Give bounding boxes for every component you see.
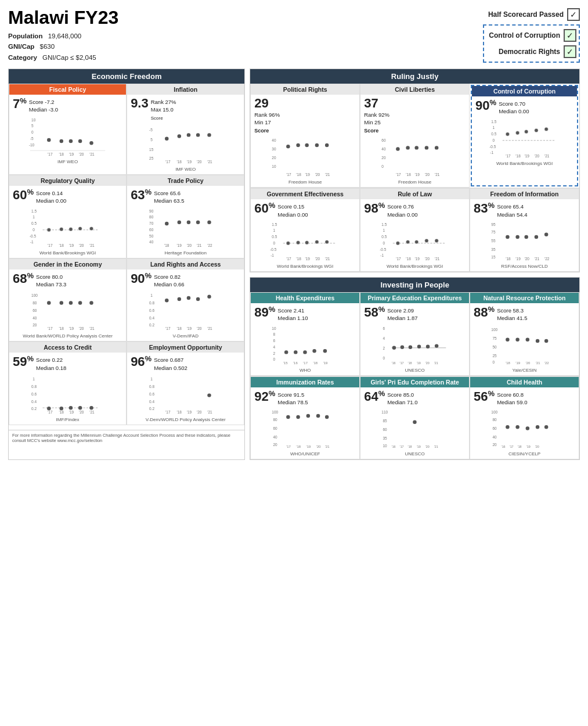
svg-text:'18: '18 xyxy=(177,326,182,330)
svg-text:'20: '20 xyxy=(526,361,531,364)
svg-text:'17: '17 xyxy=(506,154,511,158)
svg-text:-1: -1 xyxy=(30,240,34,244)
svg-text:'19: '19 xyxy=(305,257,311,261)
svg-text:'20: '20 xyxy=(425,257,430,261)
svg-point-141 xyxy=(425,146,428,150)
svg-text:'19: '19 xyxy=(415,172,420,177)
svg-text:'18: '18 xyxy=(59,243,64,247)
land-rights-details: Score 0.82Median 0.66 xyxy=(154,273,184,289)
svg-point-174 xyxy=(305,240,309,244)
svg-point-138 xyxy=(396,148,399,151)
svg-text:4: 4 xyxy=(383,336,385,340)
svg-text:0.5: 0.5 xyxy=(31,221,37,225)
svg-text:80: 80 xyxy=(149,215,154,219)
trade-policy-details: Score 65.6Median 63.5 xyxy=(154,189,184,205)
health-expenditures-pct: 89% xyxy=(254,306,275,319)
political-rights-source: Freedom House xyxy=(254,179,356,185)
svg-point-159 xyxy=(544,127,548,131)
svg-point-40 xyxy=(78,227,82,230)
scorecard-corruption: Control of Corruption ✓ xyxy=(489,29,576,42)
svg-text:1: 1 xyxy=(150,293,153,297)
svg-text:70: 70 xyxy=(149,221,154,225)
svg-text:'20: '20 xyxy=(316,445,321,448)
land-rights-card: Land Rights and Access 90% Score 0.82Med… xyxy=(127,258,244,342)
svg-point-10 xyxy=(89,141,93,145)
freedom-info-title: Freedom of Information xyxy=(470,189,579,199)
svg-point-157 xyxy=(525,130,528,133)
natural-resource-title: Natural Resource Protection xyxy=(470,293,579,303)
inflation-title: Inflation xyxy=(127,84,244,95)
svg-point-298 xyxy=(544,425,548,429)
svg-text:'20: '20 xyxy=(79,326,84,330)
child-health-card: Child Health 56% Score 60.8Median 59.0 1… xyxy=(470,376,579,460)
svg-text:0: 0 xyxy=(33,228,35,232)
svg-text:'20: '20 xyxy=(187,243,192,247)
svg-text:35: 35 xyxy=(491,247,496,251)
svg-text:0.5: 0.5 xyxy=(491,132,496,136)
ruling-justly-section: Ruling Justly Political Rights 29 Rank 9… xyxy=(250,69,580,272)
fiscal-policy-source: IMF WEO xyxy=(13,159,122,164)
regulatory-quality-chart: 1.5 1 0.5 0 -0.5 -1 '17 ' xyxy=(13,207,122,248)
svg-point-207 xyxy=(535,235,538,239)
scorecard-democratic: Democratic Rights ✓ xyxy=(489,45,576,58)
svg-text:1.5: 1.5 xyxy=(31,209,37,213)
immunization-card: Immunization Rates 92% Score 91.5Median … xyxy=(250,376,360,460)
primary-edu-source: UNESCO xyxy=(364,368,466,373)
svg-point-238 xyxy=(417,344,421,348)
svg-point-103 xyxy=(89,406,93,409)
svg-text:'17: '17 xyxy=(48,243,53,247)
svg-point-193 xyxy=(435,239,438,242)
svg-text:6: 6 xyxy=(383,326,385,330)
natural-resource-details: Score 58.3Median 41.5 xyxy=(497,307,527,322)
svg-text:1.5: 1.5 xyxy=(491,119,496,123)
child-health-source: CIESIN/YCELP xyxy=(474,451,575,457)
svg-text:40: 40 xyxy=(493,435,497,439)
svg-point-256 xyxy=(544,339,548,342)
health-expenditures-details: Score 2.41Median 1.10 xyxy=(277,307,308,322)
girls-edu-details: Score 85.0Median 71.0 xyxy=(387,391,417,407)
land-rights-title: Land Rights and Access xyxy=(127,259,244,269)
svg-point-55 xyxy=(187,220,190,224)
category-value: GNI/Cap ≤ $2,045 xyxy=(42,54,96,61)
immunization-pct: 92% xyxy=(254,390,275,403)
svg-text:'21: '21 xyxy=(89,326,95,330)
svg-text:85: 85 xyxy=(383,419,388,423)
svg-text:'20: '20 xyxy=(535,445,539,448)
svg-text:'19: '19 xyxy=(323,361,328,364)
political-rights-details: Rank 96%Min 17Score xyxy=(254,111,280,134)
govt-effectiveness-title: Government Effectiveness xyxy=(251,189,359,199)
girls-edu-chart: 110 85 60 35 10 '16 '17 '18 '19 '20 '21 xyxy=(364,408,466,449)
svg-text:6: 6 xyxy=(273,339,276,343)
svg-point-9 xyxy=(78,139,82,143)
svg-text:'17: '17 xyxy=(400,445,404,448)
political-rights-pct: 29 xyxy=(254,96,268,110)
header: Malawi FY23 Population 19,648,000 GNI/Ca… xyxy=(8,7,580,63)
svg-point-70 xyxy=(69,301,73,305)
girls-edu-card: Girls' Pri Edu Completion Rate 64% Score… xyxy=(360,376,470,460)
svg-point-235 xyxy=(392,346,396,349)
svg-point-206 xyxy=(525,235,528,239)
svg-text:'20: '20 xyxy=(525,257,530,261)
svg-text:'20: '20 xyxy=(315,257,320,261)
svg-text:60: 60 xyxy=(149,228,154,232)
svg-text:'21: '21 xyxy=(207,160,212,164)
svg-point-140 xyxy=(415,146,419,150)
svg-text:'17: '17 xyxy=(48,326,53,330)
svg-text:1: 1 xyxy=(493,125,495,130)
svg-text:'19: '19 xyxy=(306,445,311,448)
svg-text:'17: '17 xyxy=(286,257,291,261)
political-rights-chart: 40 30 20 10 '17 '18 '19 '20 xyxy=(254,136,356,177)
svg-text:'22: '22 xyxy=(207,243,212,247)
svg-point-190 xyxy=(406,240,410,243)
svg-text:20: 20 xyxy=(272,156,277,160)
regulatory-quality-card: Regulatory Quality 60% Score 0.14Median … xyxy=(9,175,127,258)
svg-text:'21: '21 xyxy=(207,410,212,414)
svg-text:'19: '19 xyxy=(526,445,531,448)
svg-text:0: 0 xyxy=(493,138,495,142)
svg-text:'18: '18 xyxy=(177,410,182,414)
svg-text:40: 40 xyxy=(273,435,278,439)
svg-text:0.6: 0.6 xyxy=(31,391,37,396)
economic-freedom-grid: Fiscal Policy 7% Score -7.2Median -3.0 1… xyxy=(9,84,244,425)
svg-text:0.2: 0.2 xyxy=(149,407,154,411)
civil-liberties-details: Rank 92%Min 25Score xyxy=(364,111,389,134)
